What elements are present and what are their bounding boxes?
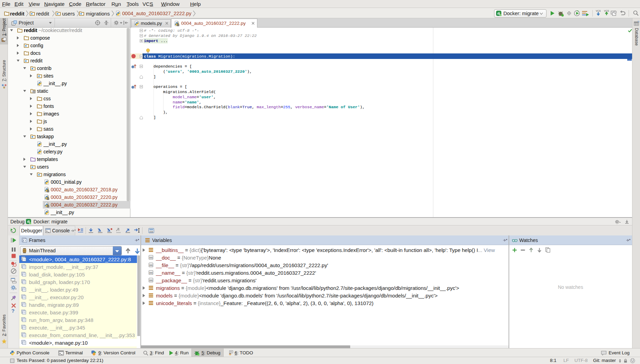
svg-text:dj: dj: [27, 220, 30, 223]
svg-text:88: 88: [149, 271, 153, 274]
svg-text:88: 88: [149, 279, 153, 282]
svg-text:88: 88: [149, 264, 153, 267]
svg-text:dj: dj: [498, 12, 500, 15]
svg-text:VCS: VCS: [596, 10, 601, 12]
svg-text:88: 88: [149, 256, 153, 259]
